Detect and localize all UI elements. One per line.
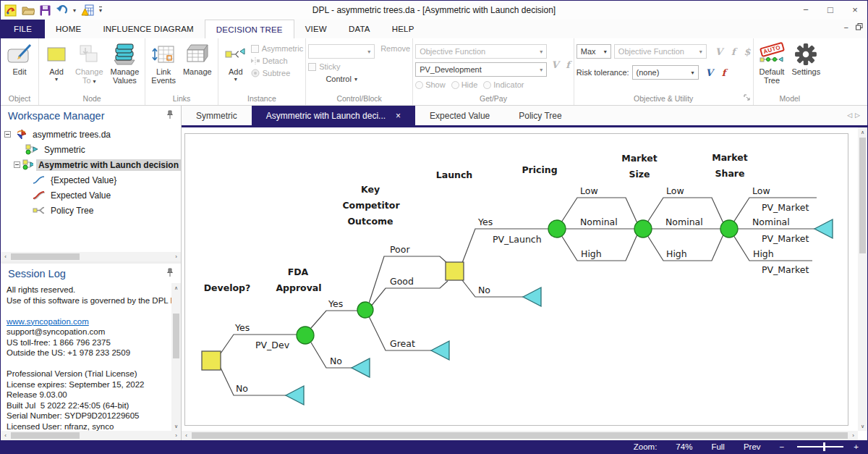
pin-icon[interactable] <box>166 267 174 280</box>
tab-scroll-left-icon[interactable]: ◁ <box>847 112 855 119</box>
tree-item-policy-tree[interactable]: Policy Tree <box>1 203 181 218</box>
branch-label[interactable]: High <box>581 248 602 259</box>
undo-dropdown-caret-icon[interactable]: ▾ <box>73 7 76 14</box>
end-node[interactable] <box>431 341 449 360</box>
branch-label[interactable]: No <box>330 356 342 366</box>
branch-value-label[interactable]: PV_Market <box>762 264 809 275</box>
add-instance-button[interactable]: Add ▾ <box>221 39 251 83</box>
node-label-launch[interactable]: Launch <box>436 169 473 180</box>
scroll-down-icon[interactable]: ∨ <box>171 421 181 431</box>
node-label-key[interactable]: Key <box>361 184 380 195</box>
pin-icon[interactable] <box>166 109 174 122</box>
workspace-horizontal-scrollbar[interactable]: ‹ › <box>1 252 181 261</box>
add-node-button[interactable]: Add ▾ <box>41 39 72 83</box>
zoom-out-button[interactable]: − <box>780 442 785 451</box>
branch-label[interactable]: Nominal <box>580 217 618 227</box>
settings-button[interactable]: Settings <box>788 39 824 76</box>
scroll-up-icon[interactable]: ∧ <box>858 127 867 137</box>
branch-label[interactable]: No <box>236 383 248 394</box>
manage-links-button[interactable]: Manage <box>179 39 216 76</box>
customize-toolbar-icon[interactable]: ▾ <box>99 7 102 14</box>
node-label-share[interactable]: Share <box>715 168 745 179</box>
chance-node-pricing[interactable] <box>548 220 566 237</box>
node-label-develop[interactable]: Develop? <box>204 282 251 293</box>
link-events-button[interactable]: LinkEvents <box>148 39 179 85</box>
end-node[interactable] <box>286 386 304 405</box>
branch-label[interactable]: Low <box>752 185 770 196</box>
node-label-approval[interactable]: Approval <box>276 282 321 293</box>
undo-icon[interactable] <box>56 5 68 15</box>
tab-data[interactable]: DATA <box>338 20 381 38</box>
branch-label[interactable]: Low <box>666 185 684 196</box>
session-log-vertical-scrollbar[interactable]: ∧ ∨ <box>171 283 181 431</box>
branch-label[interactable]: Good <box>390 276 414 287</box>
close-button[interactable]: × <box>843 1 867 20</box>
branch-value-label[interactable]: PV_Launch <box>493 234 542 245</box>
node-label-market[interactable]: Market <box>621 153 657 164</box>
branch-label[interactable]: High <box>753 248 774 259</box>
tab-scroll-right-icon[interactable]: ▷ <box>855 112 863 119</box>
branch-label[interactable]: High <box>666 248 687 259</box>
scroll-left-icon[interactable]: ‹ <box>1 252 10 261</box>
manage-values-button[interactable]: ManageValues <box>107 39 143 85</box>
mdi-minimize-button[interactable]: − <box>844 23 848 32</box>
scroll-right-icon[interactable]: › <box>848 431 858 440</box>
tab-home[interactable]: HOME <box>45 20 92 38</box>
save-icon[interactable] <box>40 5 51 16</box>
zoom-prev-button[interactable]: Prev <box>744 442 761 451</box>
app-logo-icon[interactable] <box>4 4 17 17</box>
branch-value-label[interactable]: PV_Market <box>762 202 809 213</box>
maximize-button[interactable]: □ <box>818 1 843 20</box>
branch-label[interactable]: Yes <box>234 322 250 333</box>
branch-label[interactable]: Nominal <box>752 217 790 227</box>
default-tree-button[interactable]: AUTO DefaultTree <box>756 39 788 85</box>
chance-node-market-size[interactable] <box>634 220 652 237</box>
risk-tolerance-dropdown[interactable]: (none)▾ <box>632 65 699 80</box>
session-log-horizontal-scrollbar[interactable]: ‹ › <box>1 431 181 440</box>
scrollbar-thumb[interactable] <box>192 432 848 439</box>
end-node[interactable] <box>352 358 370 377</box>
scrollbar-thumb[interactable] <box>11 253 80 260</box>
doc-tab-policy-tree[interactable]: Policy Tree <box>504 106 576 125</box>
scroll-up-icon[interactable]: ∧ <box>171 283 181 293</box>
branch-value-label[interactable]: PV_Dev <box>255 340 290 350</box>
open-file-icon[interactable] <box>22 5 35 15</box>
decision-node-develop[interactable] <box>202 351 221 370</box>
tab-view[interactable]: VIEW <box>294 20 338 38</box>
scrollbar-thumb[interactable] <box>859 138 866 253</box>
zoom-slider[interactable] <box>797 446 843 447</box>
chance-node-market-share[interactable] <box>720 220 738 237</box>
doc-tab-asymmetric[interactable]: Asymmetric with Launch deci...× <box>252 106 415 125</box>
tab-file[interactable]: FILE <box>1 20 45 38</box>
tab-help[interactable]: HELP <box>381 20 425 38</box>
zoom-slider-thumb[interactable] <box>823 442 825 451</box>
branch-label[interactable]: Great <box>390 338 415 349</box>
tree-item-expected-value[interactable]: Expected Value <box>1 188 181 203</box>
scrollbar-thumb[interactable] <box>11 432 80 439</box>
decision-node-launch[interactable] <box>446 262 464 280</box>
canvas-horizontal-scrollbar[interactable]: ‹ › <box>182 431 858 440</box>
zoom-full-button[interactable]: Full <box>711 442 725 451</box>
doc-tab-symmetric[interactable]: Symmetric <box>182 106 252 125</box>
tree-item-workspace[interactable]: asymmetric trees.da <box>1 127 181 142</box>
dialog-launcher-icon[interactable] <box>744 91 750 104</box>
syncopation-link[interactable]: www.syncopation.com <box>7 316 166 327</box>
end-node[interactable] <box>523 287 541 306</box>
utility-function-button[interactable]: f <box>722 67 726 78</box>
scroll-down-icon[interactable]: ∨ <box>858 421 867 431</box>
collapse-icon[interactable] <box>14 161 20 168</box>
tree-item-asymmetric[interactable]: Asymmetric with Launch decision <box>1 157 181 172</box>
mdi-restore-button[interactable] <box>856 23 863 32</box>
scroll-left-icon[interactable]: ‹ <box>1 431 10 440</box>
branch-label[interactable]: Yes <box>477 217 493 227</box>
minimize-button[interactable]: − <box>793 1 818 20</box>
scroll-right-icon[interactable]: › <box>171 431 181 440</box>
branch-label[interactable]: Poor <box>390 244 410 255</box>
scroll-right-icon[interactable]: › <box>171 252 181 261</box>
calculation-warning-icon[interactable] <box>81 4 94 16</box>
node-label-outcome[interactable]: Outcome <box>347 216 393 227</box>
zoom-in-button[interactable]: + <box>854 442 859 451</box>
node-label-size[interactable]: Size <box>629 169 650 180</box>
node-label-pricing[interactable]: Pricing <box>522 164 557 175</box>
doc-tab-expected-value[interactable]: Expected Value <box>415 106 504 125</box>
